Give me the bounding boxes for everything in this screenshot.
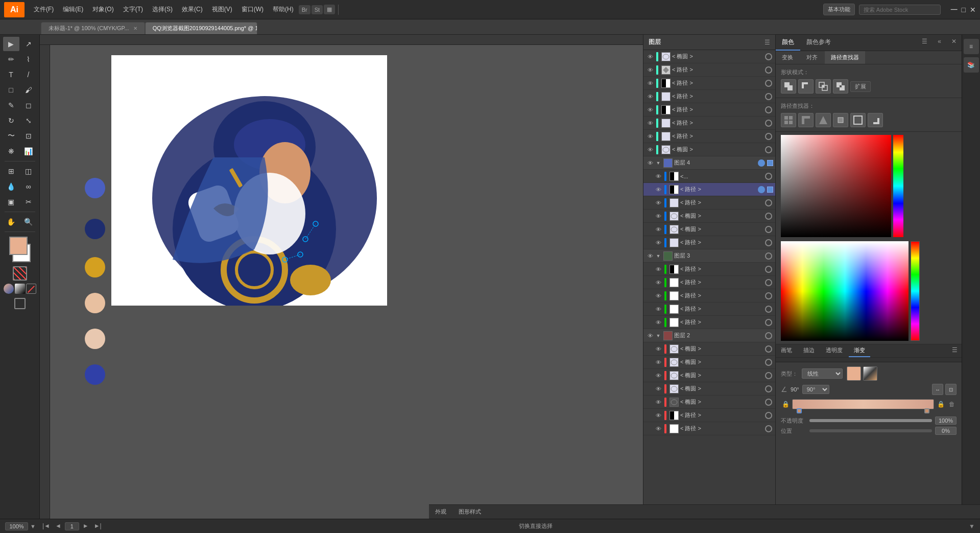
stock-btn[interactable]: St	[312, 5, 323, 14]
lock-right-icon[interactable]: 🔒	[936, 400, 945, 409]
layer-visibility-toggle[interactable]: 👁	[646, 105, 655, 114]
pen-tool[interactable]: ✏	[3, 52, 19, 66]
layer-target[interactable]	[765, 106, 772, 113]
prev-page-btn[interactable]: ◄	[54, 522, 63, 530]
layer-visibility-toggle[interactable]: 👁	[646, 65, 655, 75]
page-input[interactable]	[65, 522, 79, 530]
foreground-color-swatch[interactable]	[9, 237, 28, 255]
grad-thumb-2[interactable]	[863, 366, 877, 381]
layer-item[interactable]: 👁 < 路径 >	[643, 130, 775, 143]
appearance-tab[interactable]: 外观	[429, 508, 452, 516]
gradient-tab[interactable]: 渐变	[849, 344, 870, 357]
position-input[interactable]	[935, 427, 957, 435]
layer-visibility-toggle[interactable]: 👁	[654, 172, 663, 181]
gradient-apply-btn[interactable]: ⊡	[945, 384, 957, 395]
panel-collapse-btn[interactable]: «	[933, 35, 946, 51]
delete-stop-btn[interactable]: 🗑	[947, 400, 957, 409]
grad-stop-right[interactable]	[924, 408, 929, 413]
layer-visibility-toggle[interactable]: 👁	[654, 305, 663, 314]
brush-tab[interactable]: 画笔	[776, 344, 797, 357]
layer-item[interactable]: 👁 < 椭圆 >	[643, 223, 775, 236]
layer-visibility-toggle[interactable]: 👁	[654, 225, 663, 234]
layer-visibility-toggle[interactable]: 👁	[654, 238, 663, 247]
grad-stop-left[interactable]	[797, 408, 802, 413]
layer-visibility-toggle[interactable]: 👁	[646, 119, 655, 128]
layer-target[interactable]	[765, 80, 772, 87]
layer-item[interactable]: 👁 < 路径 >	[643, 316, 775, 329]
menu-text[interactable]: 文字(T)	[119, 3, 147, 16]
properties-panel-btn[interactable]: ≡	[964, 39, 979, 54]
minimize-btn[interactable]: ─	[951, 4, 958, 15]
layer-target[interactable]	[765, 412, 772, 419]
color-panel-menu[interactable]: ☰	[917, 35, 933, 51]
layer-item[interactable]: 👁 <...	[643, 170, 775, 183]
menu-effect[interactable]: 效果(C)	[178, 3, 207, 16]
lock-left-icon[interactable]: 🔒	[781, 400, 790, 409]
layer-item[interactable]: 👁 < 椭圆 >	[643, 396, 775, 409]
tab-0[interactable]: 未标题-1* @ 100% (CMYK/GP... ✕	[41, 22, 145, 34]
pathfinder-tab[interactable]: 路径查找器	[825, 51, 865, 64]
layers-panel-menu-btn[interactable]: ☰	[764, 39, 770, 46]
trim-btn[interactable]	[798, 113, 814, 127]
crop-pathfinder-btn[interactable]	[833, 113, 848, 127]
maximize-btn[interactable]: □	[962, 4, 966, 15]
opacity-slider-track[interactable]	[809, 419, 932, 422]
layer-item[interactable]: 👁 < 路径 >	[643, 117, 775, 130]
close-btn[interactable]: ✕	[970, 4, 976, 15]
exclude-btn[interactable]	[833, 79, 848, 94]
rotate-tool[interactable]: ↻	[3, 113, 19, 128]
layer-visibility-toggle[interactable]: 👁	[646, 251, 655, 261]
tab-1[interactable]: QQ浏览器截图20190929144005.png* @ 100% (RGB/预…	[145, 22, 257, 34]
layer-item[interactable]: 👁 < 椭圆 >	[643, 50, 775, 63]
layer-item[interactable]: 👁 < 椭圆 >	[643, 382, 775, 396]
layer-target[interactable]	[765, 53, 772, 60]
position-slider-track[interactable]	[809, 429, 932, 432]
layer-target[interactable]	[765, 345, 772, 353]
menu-object[interactable]: 对象(O)	[88, 3, 117, 16]
minus-back-btn[interactable]	[868, 113, 883, 127]
tab-0-close[interactable]: ✕	[133, 26, 137, 31]
draw-mode-btn[interactable]	[14, 298, 26, 309]
layer-visibility-toggle[interactable]: 👁	[654, 318, 663, 327]
zoom-dropdown[interactable]: ▼	[30, 523, 36, 529]
menu-help[interactable]: 帮助(H)	[269, 3, 298, 16]
line-tool[interactable]: /	[20, 67, 37, 82]
mesh-tool[interactable]: ⊞	[3, 164, 19, 178]
bar-graph-tool[interactable]: 📊	[20, 144, 37, 158]
layer-visibility-toggle[interactable]: 👁	[654, 411, 663, 420]
none-mode-btn[interactable]	[26, 284, 36, 294]
layer-item[interactable]: 👁 < 椭圆 >	[643, 143, 775, 156]
spectrum-canvas[interactable]	[781, 241, 909, 341]
eraser-tool[interactable]: ◻	[20, 98, 37, 112]
next-page-btn[interactable]: ►	[81, 522, 90, 530]
layer-item[interactable]: 👁 < 路径 >	[643, 196, 775, 210]
direct-select-tool[interactable]: ↗	[20, 37, 37, 51]
layer-visibility-toggle[interactable]: 👁	[654, 212, 663, 221]
layer-item[interactable]: 👁 < 椭圆 >	[643, 210, 775, 223]
layer-target[interactable]	[765, 306, 772, 313]
layer-target[interactable]	[765, 146, 772, 153]
color-mode-btn[interactable]	[4, 284, 14, 294]
layer-target[interactable]	[765, 292, 772, 299]
expand-btn[interactable]: 扩展	[850, 81, 871, 92]
menu-window[interactable]: 窗口(W)	[237, 3, 268, 16]
libraries-panel-btn[interactable]: 📚	[964, 57, 979, 73]
first-page-btn[interactable]: |◄	[41, 522, 52, 530]
layer-item[interactable]: 👁 < 椭圆 >	[643, 356, 775, 369]
gradient-panel-menu[interactable]: ☰	[948, 344, 962, 357]
gradient-mode-btn[interactable]	[15, 284, 25, 294]
divide-btn[interactable]	[781, 113, 796, 127]
layer-group-4[interactable]: 👁 ▼ 图层 4	[643, 156, 775, 170]
layer-visibility-toggle[interactable]: 👁	[654, 358, 663, 367]
layer-expand-toggle[interactable]: ▼	[655, 252, 662, 260]
layer-visibility-toggle[interactable]: 👁	[654, 185, 663, 194]
opacity-input[interactable]	[935, 416, 957, 425]
crop-tool[interactable]: ✂	[20, 195, 37, 209]
layer-visibility-toggle[interactable]: 👁	[646, 145, 655, 154]
layer-visibility-toggle[interactable]: 👁	[646, 92, 655, 101]
layer-visibility-toggle[interactable]: 👁	[654, 291, 663, 300]
gradient-flip-btn[interactable]: ↔	[932, 384, 943, 395]
layer-item[interactable]: 👁 < 路径 >	[643, 183, 775, 196]
canvas-area[interactable]	[40, 35, 643, 519]
gradient-type-select[interactable]: 线性 径向	[802, 368, 843, 379]
